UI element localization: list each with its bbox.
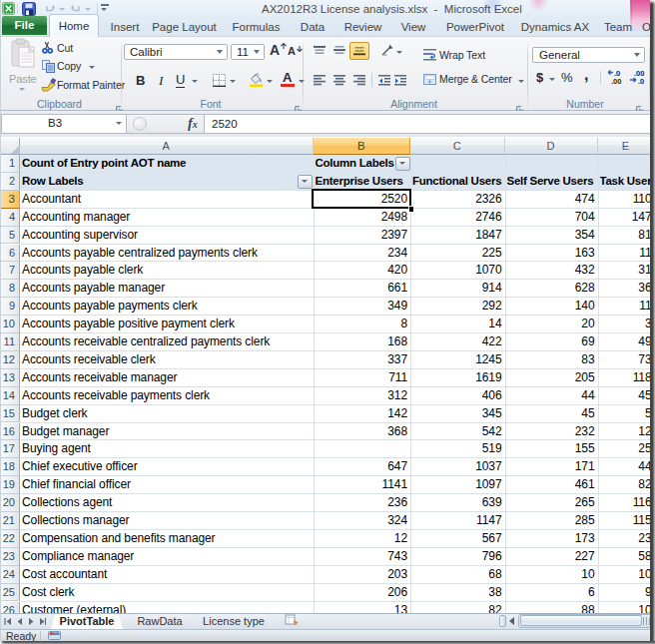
svg-text:.00: .00 bbox=[611, 77, 621, 85]
svg-text:.0: .0 bbox=[638, 77, 644, 85]
